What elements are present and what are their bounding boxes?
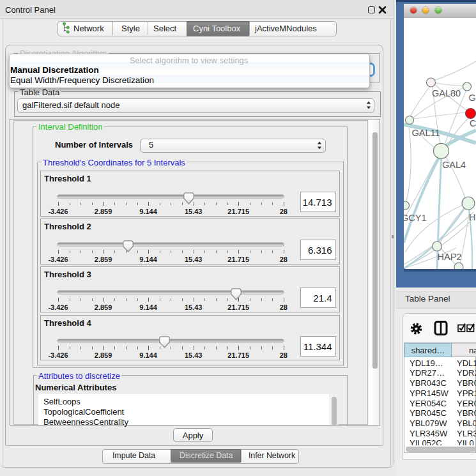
svg-text:GAL4: GAL4 — [442, 160, 466, 170]
svg-text:GAL80: GAL80 — [432, 88, 461, 98]
svg-text:G.: G. — [469, 93, 476, 103]
svg-text:HAP2: HAP2 — [438, 252, 462, 262]
svg-text:H: H — [469, 212, 475, 222]
svg-text:GCY1: GCY1 — [404, 213, 427, 223]
svg-text:GAL11: GAL11 — [412, 128, 440, 138]
svg-text:C: C — [470, 118, 476, 128]
